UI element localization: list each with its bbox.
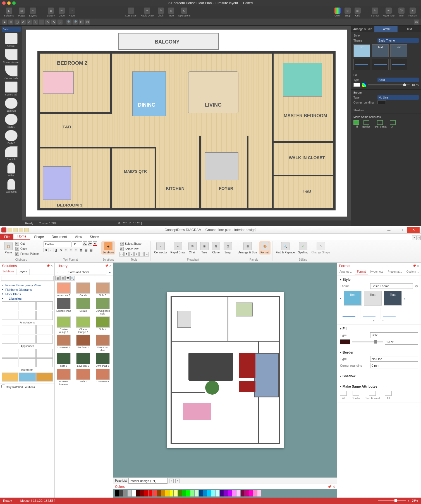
text-box-tool[interactable]: A [27, 20, 32, 25]
color-swatch[interactable] [132, 490, 136, 496]
rect-tool[interactable]: ▭ [8, 20, 13, 25]
fmt-tab-presentation[interactable]: Presentat... [386, 269, 404, 275]
fmt-corner-input[interactable]: 0 mm [370, 363, 418, 368]
solutions-ribbon-button[interactable]: ◆Solutions [101, 241, 115, 255]
hypernote-button[interactable]: ✉Hypernote [382, 7, 396, 18]
color-swatch[interactable] [195, 490, 198, 496]
lib-item-sofa-4[interactable]: Sofa 4 [95, 316, 111, 334]
color-button[interactable]: Color [333, 7, 342, 18]
fmt-attr-text[interactable]: Text Format [365, 391, 380, 400]
solutions-search-input[interactable] [1, 276, 54, 281]
fmt-line-2[interactable] [360, 308, 378, 319]
shape-bath-1[interactable]: Bath 1 [2, 114, 20, 128]
arc-tool[interactable]: ⌒ [39, 20, 44, 25]
close-button[interactable]: ✕ [407, 227, 420, 233]
tool-curve-icon[interactable]: ∿ [144, 252, 149, 256]
shape-bidet[interactable]: Bidet [2, 162, 20, 177]
document-tab[interactable]: Document [48, 234, 71, 240]
color-swatch[interactable] [211, 490, 215, 496]
font-name-select[interactable]: Calibri [44, 241, 71, 247]
lib-item-recliner-1[interactable]: Recliner 1 [75, 335, 91, 352]
copy-button[interactable]: ⧉Copy [15, 246, 39, 251]
connector-tool[interactable]: ⤡ [51, 20, 56, 25]
info-button[interactable]: ⓘInfo [397, 7, 406, 18]
color-swatch[interactable] [178, 490, 182, 496]
font-shrink-icon[interactable]: A▾ [88, 241, 92, 246]
shape-wall-toilet[interactable]: Wall toilet [2, 179, 20, 193]
pointer-tool[interactable]: ▲ [2, 20, 7, 25]
tree-fire[interactable]: Fire and Emergency Plans [1, 283, 53, 287]
color-swatch[interactable] [249, 490, 253, 496]
theme-card-1[interactable]: Text [353, 44, 370, 57]
lib-item-curved-back-sofa[interactable]: Curved back sofa [95, 298, 111, 315]
connector-ribbon-button[interactable]: ⟋Connector [153, 241, 168, 255]
select-text-button[interactable]: ASelect Text [119, 247, 139, 251]
color-swatch[interactable] [228, 490, 232, 496]
close-icon[interactable] [2, 1, 6, 5]
shape-bath-2[interactable]: Bath 2 [2, 130, 20, 145]
ribbon-collapse-icon[interactable]: ▢ [416, 236, 421, 240]
section-shadow[interactable]: Shadow [353, 109, 419, 112]
layers-button[interactable]: ≋Layers [28, 7, 38, 18]
italic-icon[interactable]: I [49, 248, 53, 252]
shape-bath-tub[interactable]: Bath tub [2, 98, 20, 112]
zoom-in-status-icon[interactable]: + [408, 499, 410, 502]
color-swatch[interactable] [199, 490, 203, 496]
chain-button[interactable]: ⧉Chain [157, 7, 166, 18]
fill-color-swatch[interactable] [353, 83, 360, 87]
undo-button[interactable]: ↶Undo [58, 7, 66, 18]
color-swatch[interactable] [128, 490, 131, 496]
color-swatch[interactable] [190, 490, 194, 496]
lib-item-loveseat-4[interactable]: Loveseat 4 [95, 369, 111, 386]
fmt-pin-icon[interactable]: 📌 ✕ [413, 264, 419, 267]
lib-item-sofa-2[interactable]: Sofa 2 [75, 298, 91, 315]
fmt-theme-card-2[interactable]: Text [364, 291, 382, 306]
grid-button[interactable]: ▦Grid [353, 7, 362, 18]
minimize-button[interactable]: — [383, 227, 395, 233]
align-left-icon[interactable]: ≡ [64, 248, 68, 252]
color-swatch[interactable] [144, 490, 148, 496]
lib-item-armless-loveseat[interactable]: Armless loveseat [56, 369, 71, 386]
attr-all[interactable]: All [390, 120, 396, 128]
view-mode-icon[interactable]: ▭ [414, 20, 419, 25]
shape-spa-tub[interactable]: Spa tub [2, 146, 20, 161]
qat-save-icon[interactable] [8, 228, 12, 232]
line-style-1[interactable] [353, 59, 370, 70]
fmt-attr-border[interactable]: Border [352, 391, 360, 400]
opacity-slider[interactable] [368, 84, 410, 85]
change-shape-button[interactable]: ⟳Change Shape [310, 241, 331, 255]
file-tab[interactable]: File [0, 234, 13, 240]
help-icon[interactable]: ? [412, 236, 416, 240]
redo-button[interactable]: ↷Redo [68, 7, 76, 18]
only-installed-checkbox[interactable]: Only Installed Solutions [1, 386, 35, 389]
valign-mid-icon[interactable]: ⬓ [84, 248, 88, 252]
select-shape-button[interactable]: ▭Select Shape [119, 241, 142, 246]
fmt-attr-all[interactable]: All [385, 391, 392, 400]
lib-item-couch[interactable]: Couch [75, 282, 91, 297]
bezier-tool[interactable]: ⟆ [58, 20, 63, 25]
lib-item-arm-chair-5[interactable]: Arm chair 5 [56, 282, 71, 297]
fmt-fill-type-select[interactable]: Solid [370, 332, 418, 338]
theme-card-2[interactable]: Text [372, 44, 389, 57]
line-style-3[interactable] [390, 59, 407, 70]
page-prev-icon[interactable]: ‹ [169, 479, 174, 483]
lib-item-lounge-chair[interactable]: Lounge chair [56, 298, 71, 315]
fmt-tab-hypernote[interactable]: Hypernote [368, 269, 385, 275]
color-swatch[interactable] [153, 490, 157, 496]
color-swatch[interactable] [119, 490, 123, 496]
lib-item-loveseat-2[interactable]: Loveseat 2 [56, 335, 71, 352]
find-replace-button[interactable]: 🔍Find & Replace [275, 241, 296, 255]
spline-tool[interactable]: ∿ [45, 20, 50, 25]
lib-item-chaise-lounge-1[interactable]: Chaise lounge 1 [56, 316, 71, 334]
valign-top-icon[interactable]: ⬒ [79, 248, 83, 252]
corner-rounding-input[interactable] [377, 100, 386, 104]
shape-square-tub[interactable]: Square tub [2, 81, 20, 96]
fmt-tab-format[interactable]: Format [355, 269, 368, 275]
lib-pin-icon[interactable]: 📌 ✕ [105, 264, 111, 267]
fmt-shadow-section[interactable]: Shadow [340, 374, 418, 378]
strike-icon[interactable]: S [59, 248, 63, 252]
text-tool[interactable]: A [21, 20, 26, 25]
tool-rect-icon[interactable]: ▭ [119, 252, 124, 256]
drawing-page[interactable] [167, 292, 284, 448]
valign-bot-icon[interactable]: ⬓ [89, 248, 93, 252]
